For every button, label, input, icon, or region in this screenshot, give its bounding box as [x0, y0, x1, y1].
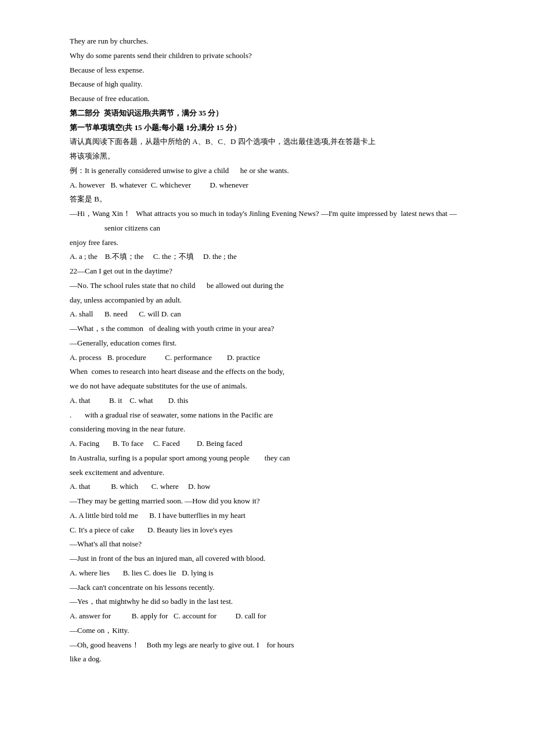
line-l38: A. where lies B. lies C. does lie D. lyi… — [70, 567, 464, 580]
line-l18: —No. The school rules state that no chil… — [70, 279, 464, 293]
line-l41: A. answer for B. apply for C. account fo… — [70, 610, 464, 623]
line-l14: senior citizens can — [70, 222, 464, 235]
line-l39: —Jack can't concentrate on his lessons r… — [70, 581, 464, 595]
line-l43: —Oh, good heavens！ Both my legs are near… — [70, 639, 464, 652]
line-l8: 请认真阅读下面各题，从题中所给的 A、B、C、D 四个选项中，选出最佳选项,并在… — [70, 135, 464, 149]
line-l26: A. that B. it C. what D. this — [70, 394, 464, 408]
line-l7: 第一节单项填空(共 15 小题;每小题 1分,满分 15 分） — [70, 121, 464, 135]
line-l42: —Come on，Kitty. — [70, 624, 464, 638]
line-l25: we do not have adequate substitutes for … — [70, 380, 464, 393]
line-l21: —What，s the common of dealing with youth… — [70, 322, 464, 336]
line-l27: . with a gradual rise of seawater, some … — [70, 409, 464, 422]
main-content: They are run by churches. Why do some pa… — [70, 35, 464, 666]
line-l5: Because of free education. — [70, 92, 464, 106]
line-l28: considering moving in the near future. — [70, 423, 464, 436]
line-l10: 例：It is generally considered unwise to g… — [70, 164, 464, 178]
line-l29: A. Facing B. To face C. Faced D. Being f… — [70, 437, 464, 451]
line-l40: —Yes，that mightwhy he did so badly in th… — [70, 595, 464, 609]
line-l36: —What's all that noise? — [70, 538, 464, 551]
line-l1: They are run by churches. — [70, 35, 464, 48]
line-l33: —They may be getting married soon. —How … — [70, 495, 464, 508]
line-l3: Because of less expense. — [70, 64, 464, 77]
line-l17: 22—Can I get out in the daytime? — [70, 265, 464, 278]
line-l11: A. however B. whatever C. whichever D. w… — [70, 179, 464, 192]
line-l16: A. a ; the B.不填；the C. the；不填 D. the ; t… — [70, 250, 464, 264]
line-l9: 将该项涂黑。 — [70, 150, 464, 163]
line-l23: A. process B. procedure C. performance D… — [70, 351, 464, 365]
line-l30: In Australia, surfing is a popular sport… — [70, 452, 464, 465]
line-l35: C. It's a piece of cake D. Beauty lies i… — [70, 524, 464, 537]
line-l31: seek excitement and adventure. — [70, 466, 464, 480]
line-l20: A. shall B. need C. will D. can — [70, 308, 464, 321]
line-l24: When comes to research into heart diseas… — [70, 365, 464, 379]
line-l34: A. A little bird told me B. I have butte… — [70, 509, 464, 523]
line-l4: Because of high quality. — [70, 78, 464, 91]
line-l32: A. that B. which C. where D. how — [70, 480, 464, 494]
line-l12: 答案是 B。 — [70, 193, 464, 206]
line-l6: 第二部分 英语知识运用(共两节，满分 35 分） — [70, 107, 464, 120]
line-l22: —Generally, education comes first. — [70, 337, 464, 350]
line-l2: Why do some parents send their children … — [70, 49, 464, 63]
line-l19: day, unless accompanied by an adult. — [70, 294, 464, 307]
line-l37: —Just in front of the bus an injured man… — [70, 552, 464, 566]
line-l13: —Hi，Wang Xin！ What attracts you so much … — [70, 207, 464, 221]
line-l15: enjoy free fares. — [70, 236, 464, 250]
line-l44: like a dog. — [70, 653, 464, 666]
